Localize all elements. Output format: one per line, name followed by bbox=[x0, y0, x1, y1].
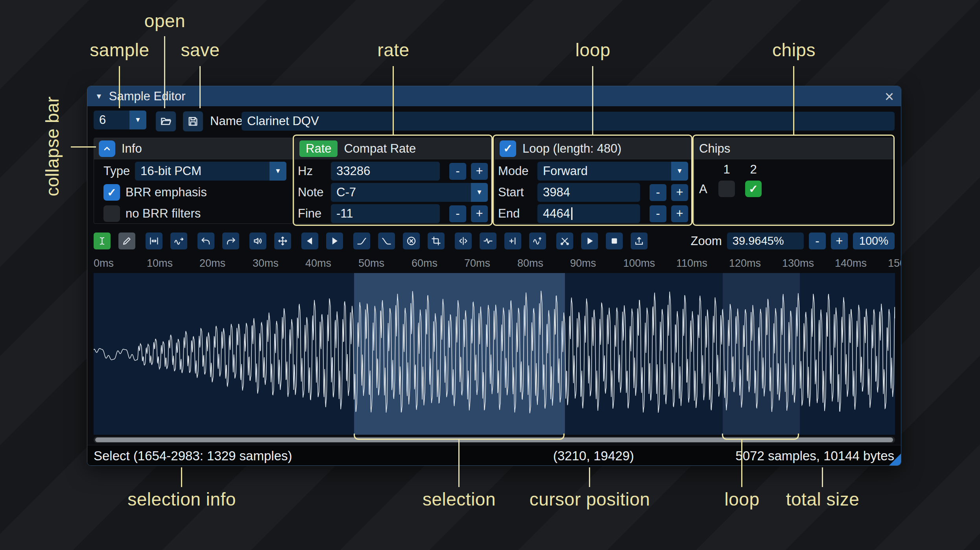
ibeam-cursor-icon bbox=[97, 236, 107, 246]
create-instrument-button[interactable] bbox=[631, 233, 648, 249]
hz-increment-button[interactable]: + bbox=[471, 163, 488, 180]
stop-icon bbox=[609, 236, 620, 246]
window-resize-handle[interactable] bbox=[889, 454, 901, 465]
hz-decrement-button[interactable]: - bbox=[449, 163, 466, 180]
no-brr-filters-checkbox[interactable] bbox=[103, 205, 120, 222]
ruler-label: 100ms bbox=[623, 257, 655, 269]
stop-preview-button[interactable] bbox=[606, 233, 623, 249]
fade-out-button[interactable] bbox=[378, 233, 395, 249]
loop-start-input[interactable]: 3984 bbox=[537, 183, 640, 202]
sample-name-input[interactable]: Clarinet DQV bbox=[242, 112, 895, 131]
undo-button[interactable] bbox=[197, 233, 214, 249]
open-folder-icon bbox=[160, 115, 172, 127]
fine-input[interactable]: -11 bbox=[331, 204, 440, 223]
insert-point-icon bbox=[508, 236, 518, 246]
loop-start-decrement-button[interactable]: - bbox=[650, 184, 666, 201]
hz-input[interactable]: 33286 bbox=[331, 162, 440, 181]
zoom-in-button[interactable]: + bbox=[831, 233, 848, 249]
callout-line-sample bbox=[119, 66, 120, 108]
chevron-down-icon[interactable]: ▼ bbox=[269, 162, 286, 181]
brr-emphasis-checkbox[interactable]: ✓ bbox=[103, 184, 120, 201]
collapse-window-icon[interactable]: ▼ bbox=[95, 92, 103, 101]
annotation-total-size: total size bbox=[786, 489, 860, 510]
insert-silence-button[interactable] bbox=[455, 233, 472, 249]
callout-line-chips bbox=[793, 66, 794, 135]
loop-end-decrement-button[interactable]: - bbox=[650, 205, 666, 222]
draw-tool-button[interactable] bbox=[118, 233, 135, 249]
collapse-bar-button[interactable] bbox=[99, 140, 115, 157]
chevron-down-icon[interactable]: ▼ bbox=[671, 162, 688, 181]
annotation-loop-top: loop bbox=[576, 39, 611, 61]
sample-type-dropdown[interactable]: 16-bit PCM ▼ bbox=[135, 162, 286, 181]
select-tool-button[interactable] bbox=[94, 233, 111, 249]
mode-label: Mode bbox=[498, 164, 533, 178]
chevron-up-icon bbox=[102, 144, 112, 154]
loop-enable-checkbox[interactable]: ✓ bbox=[500, 140, 516, 157]
sample-selector[interactable]: 6 ▼ bbox=[94, 111, 146, 129]
preview-button[interactable] bbox=[581, 233, 598, 249]
annotation-chips: chips bbox=[772, 39, 816, 61]
zoom-out-button[interactable]: - bbox=[809, 233, 826, 249]
fine-decrement-button[interactable]: - bbox=[449, 205, 466, 222]
trim-button[interactable] bbox=[428, 233, 445, 249]
time-ruler[interactable]: 0ms 10ms 20ms 30ms 40ms 50ms 60ms 70ms 8… bbox=[87, 257, 901, 271]
open-sample-button[interactable] bbox=[156, 111, 176, 131]
chip-1-checkbox[interactable] bbox=[718, 181, 735, 197]
reverse-button[interactable] bbox=[301, 233, 318, 249]
insert-silence-icon bbox=[458, 236, 469, 246]
redo-icon bbox=[225, 236, 236, 246]
callout-bracket-selection bbox=[354, 434, 565, 440]
play-icon bbox=[584, 236, 595, 246]
callout-line-open bbox=[164, 36, 165, 108]
chip-row-a: A bbox=[699, 182, 707, 196]
loop-start-increment-button[interactable]: + bbox=[671, 184, 688, 201]
annotation-collapse-bar: collapse bar bbox=[42, 96, 63, 196]
insert-point-button[interactable] bbox=[504, 233, 521, 249]
zoom-input[interactable]: 39.9645% bbox=[727, 233, 804, 249]
ruler-label: 110ms bbox=[676, 257, 707, 269]
rate-chip-button[interactable]: Rate bbox=[299, 140, 338, 157]
zoom-value: 39.9645% bbox=[733, 234, 784, 247]
loop-mode-dropdown[interactable]: Forward ▼ bbox=[537, 162, 688, 181]
window-title: Sample Editor bbox=[109, 89, 186, 103]
chips-panel-title: Chips bbox=[699, 142, 730, 156]
flatten-wave-icon bbox=[483, 236, 493, 246]
status-cursor-position: (3210, 19429) bbox=[553, 448, 634, 463]
delete-button[interactable] bbox=[403, 233, 420, 249]
ruler-label: 20ms bbox=[199, 257, 225, 269]
fine-increment-button[interactable]: + bbox=[471, 205, 488, 222]
resize-button[interactable] bbox=[146, 233, 162, 249]
apply-silence-button[interactable] bbox=[480, 233, 496, 249]
note-dropdown[interactable]: C-7 ▼ bbox=[331, 183, 488, 202]
ruler-label: 50ms bbox=[358, 257, 384, 269]
chevron-down-icon[interactable]: ▼ bbox=[471, 183, 488, 202]
save-sample-button[interactable] bbox=[183, 111, 203, 131]
status-bar: Select (1654-2983: 1329 samples) (3210, … bbox=[87, 445, 901, 466]
chip-2-checkbox[interactable]: ✓ bbox=[745, 181, 762, 197]
resample-button[interactable] bbox=[170, 233, 187, 249]
sample-number: 6 bbox=[94, 113, 129, 127]
chevron-down-icon[interactable]: ▼ bbox=[129, 111, 146, 129]
loop-end-input[interactable]: 4464 bbox=[537, 204, 640, 223]
loop-start-label: Start bbox=[498, 185, 533, 199]
normalize-button[interactable] bbox=[274, 233, 291, 249]
redo-button[interactable] bbox=[222, 233, 239, 249]
waveform-view[interactable] bbox=[94, 273, 895, 435]
ruler-label: 60ms bbox=[412, 257, 437, 269]
rate-panel-title: Compat Rate bbox=[344, 142, 416, 156]
zoom-reset-button[interactable]: 100% bbox=[853, 233, 895, 249]
waveform-plot bbox=[94, 273, 895, 435]
amplify-button[interactable] bbox=[249, 233, 266, 249]
loop-end-increment-button[interactable]: + bbox=[671, 205, 688, 222]
fade-out-icon bbox=[381, 236, 392, 246]
undo-icon bbox=[201, 236, 211, 246]
close-button[interactable]: × bbox=[885, 86, 894, 106]
fade-in-button[interactable] bbox=[353, 233, 370, 249]
crossfade-button[interactable] bbox=[556, 233, 573, 249]
note-value: C-7 bbox=[331, 185, 471, 199]
invert-button[interactable] bbox=[326, 233, 343, 249]
crop-icon bbox=[431, 236, 441, 246]
titlebar[interactable]: ▼ Sample Editor × bbox=[87, 86, 901, 106]
hz-value: 33286 bbox=[336, 164, 370, 178]
filter-button[interactable] bbox=[529, 233, 546, 249]
